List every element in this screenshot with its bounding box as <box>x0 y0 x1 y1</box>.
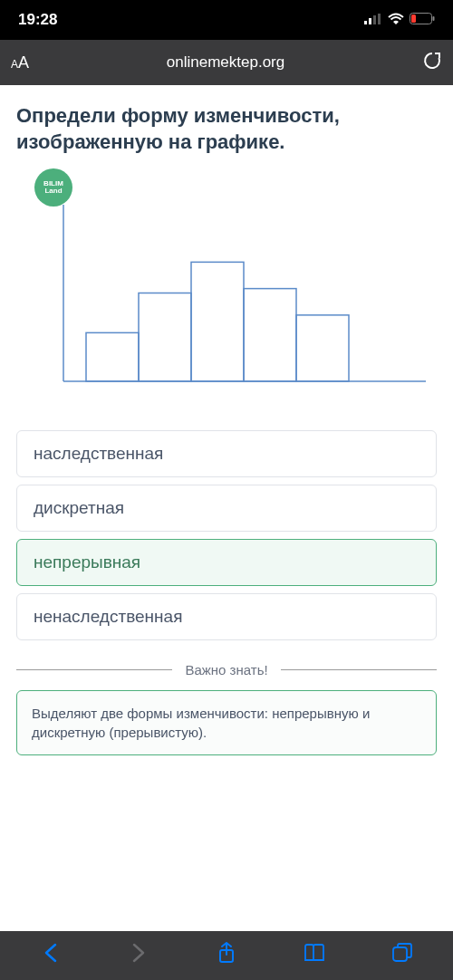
url-display[interactable]: onlinemektep.org <box>40 53 411 72</box>
chart-container: BILIM Land <box>16 173 437 412</box>
svg-rect-1 <box>369 18 371 24</box>
svg-rect-6 <box>433 16 435 21</box>
svg-rect-3 <box>378 14 381 24</box>
signal-icon <box>364 11 382 29</box>
reload-icon[interactable] <box>422 51 442 75</box>
font-size-control[interactable]: AA <box>11 53 29 72</box>
status-right <box>364 11 435 29</box>
answer-option-3[interactable]: ненаследственная <box>16 593 437 640</box>
status-bar: 19:28 <box>0 0 453 40</box>
svg-rect-15 <box>393 947 407 961</box>
wifi-icon <box>388 11 404 29</box>
answer-option-2[interactable]: непрерывная <box>16 539 437 586</box>
svg-rect-10 <box>139 293 191 382</box>
bilim-land-logo: BILIM Land <box>34 168 72 207</box>
answer-option-0[interactable]: наследственная <box>16 430 437 477</box>
bar-chart <box>16 173 437 408</box>
svg-rect-0 <box>364 21 367 24</box>
svg-rect-9 <box>86 333 139 382</box>
status-time: 19:28 <box>18 11 57 29</box>
battery-icon <box>410 11 435 29</box>
answer-option-1[interactable]: дискретная <box>16 485 437 532</box>
info-divider-label: Важно знать! <box>185 662 267 677</box>
bookmarks-icon[interactable] <box>296 944 333 967</box>
info-divider: Важно знать! <box>16 662 437 677</box>
main-content: Определи форму изменчивости, изображенну… <box>0 85 453 931</box>
share-icon[interactable] <box>208 942 245 969</box>
svg-rect-13 <box>296 315 349 381</box>
svg-rect-5 <box>411 14 416 23</box>
tabs-icon[interactable] <box>384 943 420 968</box>
browser-bottom-bar <box>0 931 453 980</box>
question-title: Определи форму изменчивости, изображенну… <box>16 103 437 155</box>
answer-options: наследственнаядискретнаянепрерывнаяненас… <box>16 430 437 640</box>
svg-rect-12 <box>244 289 296 381</box>
info-box: Выделяют две формы изменчивости: непреры… <box>16 690 437 755</box>
forward-icon[interactable] <box>120 943 157 968</box>
svg-rect-11 <box>191 263 244 382</box>
back-icon[interactable] <box>33 943 69 968</box>
browser-address-bar[interactable]: AA onlinemektep.org <box>0 40 453 85</box>
svg-rect-2 <box>373 15 376 24</box>
